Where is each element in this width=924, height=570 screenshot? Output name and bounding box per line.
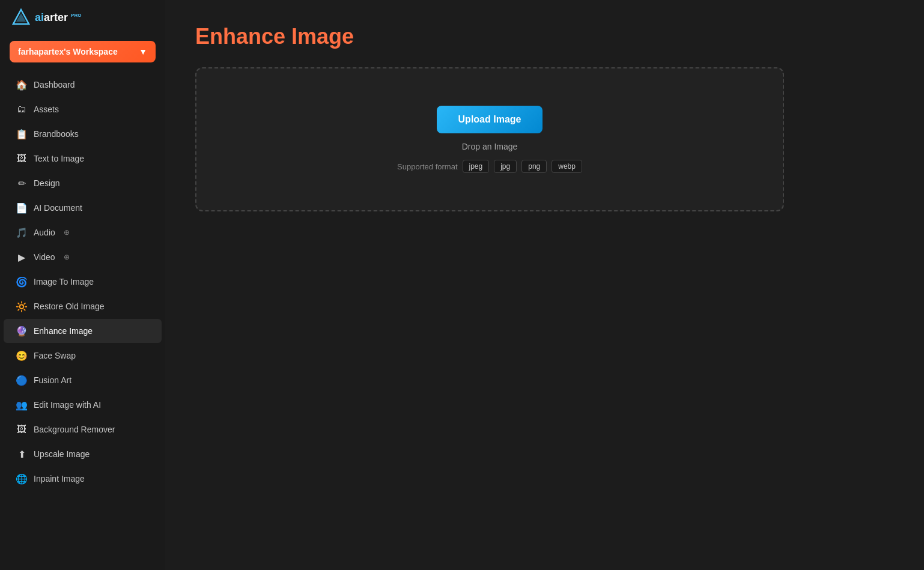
main-content: Enhance Image Upload Image Drop an Image… (165, 0, 924, 570)
design-icon: ✏ (16, 177, 28, 189)
sidebar-item-upscale-image[interactable]: ⬆Upscale Image (4, 442, 162, 466)
sidebar-label-upscale-image: Upscale Image (34, 449, 90, 459)
sidebar-label-inpaint-image: Inpaint Image (34, 474, 85, 484)
sidebar-item-image-to-image[interactable]: 🌀Image To Image (4, 270, 162, 294)
enhance-image-icon: 🔮 (16, 325, 28, 337)
format-badge-png: png (521, 160, 547, 173)
formats-row: Supported format jpegjpgpngwebp (397, 160, 582, 173)
formats-label: Supported format (397, 162, 457, 171)
fusion-art-icon: 🔵 (16, 374, 28, 386)
logo-text: aiarter PRO (35, 11, 81, 24)
sidebar-label-enhance-image: Enhance Image (34, 326, 93, 336)
restore-old-image-icon: 🔆 (16, 300, 28, 312)
ai-document-icon: 📄 (16, 202, 28, 214)
face-swap-icon: 😊 (16, 350, 28, 362)
upload-button[interactable]: Upload Image (437, 106, 543, 133)
format-badges: jpegjpgpngwebp (463, 160, 582, 173)
sidebar-item-brandbooks[interactable]: 📋Brandbooks (4, 122, 162, 146)
sidebar-item-audio[interactable]: 🎵Audio⊕ (4, 220, 162, 244)
upscale-image-icon: ⬆ (16, 448, 28, 460)
sidebar-item-fusion-art[interactable]: 🔵Fusion Art (4, 368, 162, 392)
workspace-button[interactable]: farhapartex's Workspace ▼ (10, 41, 156, 62)
sidebar-label-background-remover: Background Remover (34, 425, 115, 434)
sidebar-label-edit-image-with-ai: Edit Image with AI (34, 400, 101, 410)
sidebar-label-face-swap: Face Swap (34, 351, 76, 360)
video-icon: ▶ (16, 251, 28, 263)
sidebar-label-fusion-art: Fusion Art (34, 375, 71, 385)
dashboard-icon: 🏠 (16, 79, 28, 91)
assets-icon: 🗂 (16, 103, 28, 115)
workspace-label: farhapartex's Workspace (18, 47, 118, 56)
edit-image-with-ai-icon: 👥 (16, 399, 28, 411)
sidebar-item-face-swap[interactable]: 😊Face Swap (4, 344, 162, 368)
sidebar-item-video[interactable]: ▶Video⊕ (4, 245, 162, 269)
sidebar-item-background-remover[interactable]: 🖼Background Remover (4, 417, 162, 441)
background-remover-icon: 🖼 (16, 423, 28, 435)
sidebar-item-assets[interactable]: 🗂Assets (4, 97, 162, 121)
sidebar-item-inpaint-image[interactable]: 🌐Inpaint Image (4, 467, 162, 491)
sidebar-label-design: Design (34, 178, 60, 188)
brandbooks-icon: 📋 (16, 128, 28, 140)
sidebar-item-text-to-image[interactable]: 🖼Text to Image (4, 147, 162, 171)
text-to-image-icon: 🖼 (16, 153, 28, 165)
logo: aiarter PRO (0, 0, 165, 35)
video-badge: ⊕ (64, 253, 70, 261)
sidebar-item-ai-document[interactable]: 📄AI Document (4, 196, 162, 220)
sidebar-label-restore-old-image: Restore Old Image (34, 302, 105, 311)
sidebar-label-image-to-image: Image To Image (34, 277, 94, 287)
sidebar-item-restore-old-image[interactable]: 🔆Restore Old Image (4, 294, 162, 318)
sidebar-label-assets: Assets (34, 105, 59, 114)
sidebar-item-dashboard[interactable]: 🏠Dashboard (4, 73, 162, 97)
format-badge-jpg: jpg (494, 160, 517, 173)
upload-area: Upload Image Drop an Image Supported for… (195, 67, 784, 211)
image-to-image-icon: 🌀 (16, 276, 28, 288)
drop-text: Drop an Image (462, 142, 518, 151)
format-badge-webp: webp (552, 160, 582, 173)
workspace-chevron: ▼ (139, 47, 147, 56)
sidebar-label-text-to-image: Text to Image (34, 154, 84, 163)
sidebar-item-edit-image-with-ai[interactable]: 👥Edit Image with AI (4, 393, 162, 417)
inpaint-image-icon: 🌐 (16, 473, 28, 485)
format-badge-jpeg: jpeg (463, 160, 490, 173)
logo-icon (12, 8, 30, 26)
sidebar-label-audio: Audio (34, 228, 55, 237)
sidebar-label-dashboard: Dashboard (34, 80, 75, 89)
page-title: Enhance Image (195, 24, 894, 49)
sidebar: aiarter PRO farhapartex's Workspace ▼ 🏠D… (0, 0, 165, 570)
sidebar-label-video: Video (34, 252, 55, 262)
audio-badge: ⊕ (64, 228, 70, 237)
sidebar-item-design[interactable]: ✏Design (4, 171, 162, 195)
sidebar-item-enhance-image[interactable]: 🔮Enhance Image (4, 319, 162, 343)
nav-menu: 🏠Dashboard🗂Assets📋Brandbooks🖼Text to Ima… (0, 72, 165, 491)
audio-icon: 🎵 (16, 226, 28, 238)
sidebar-label-ai-document: AI Document (34, 203, 82, 213)
sidebar-label-brandbooks: Brandbooks (34, 129, 79, 139)
